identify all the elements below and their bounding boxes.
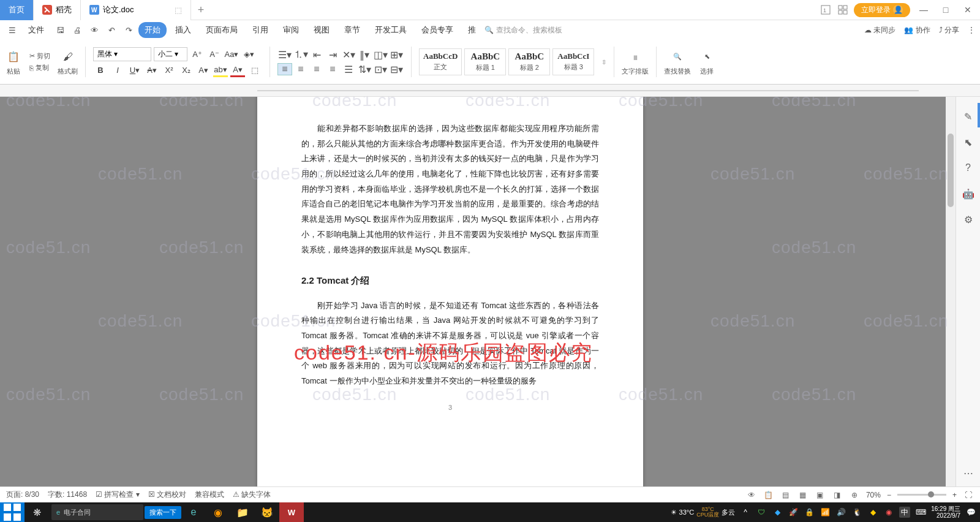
underline-button[interactable]: U▾ — [127, 64, 142, 77]
strikethrough-button[interactable]: A▾ — [145, 64, 159, 77]
tray-app3-icon[interactable]: 🔒 — [804, 507, 815, 518]
print-icon[interactable]: 🖨 — [70, 23, 85, 37]
cut-button[interactable]: ✂ 剪切 — [29, 51, 50, 61]
tray-shield-icon[interactable]: 🛡 — [756, 507, 767, 518]
menu-member[interactable]: 会员专享 — [415, 22, 459, 38]
line-spacing-icon[interactable]: ‖▾ — [357, 48, 372, 61]
indent-right-icon[interactable]: ⇥ — [325, 48, 340, 61]
menu-pagelayout[interactable]: 页面布局 — [200, 22, 244, 38]
menu-more-icon[interactable]: ⋮ — [968, 26, 975, 34]
undo-icon[interactable]: ↶ — [104, 23, 119, 37]
char-border-icon[interactable]: ⬚ — [247, 64, 262, 77]
menu-insert[interactable]: 插入 — [169, 22, 197, 38]
document-page[interactable]: 能和差异都不影响数据库的选择，因为这些数据库都能实现应用程序功能所需的，那么只能… — [257, 97, 643, 486]
page-indicator[interactable]: 页面: 8/30 — [6, 490, 39, 500]
menu-hamburger-icon[interactable]: ☰ — [5, 23, 20, 37]
style-body[interactable]: AaBbCcD正文 — [419, 48, 462, 75]
view-mode1-icon[interactable]: ▤ — [780, 490, 791, 501]
tray-volume-icon[interactable]: 🔊 — [835, 507, 846, 518]
sync-status[interactable]: ☁ 未同步 — [864, 25, 895, 36]
text-effects-icon[interactable]: A▾ — [196, 64, 211, 77]
align-center-icon[interactable]: ≡ — [293, 63, 308, 75]
align-justify-icon[interactable]: ≡ — [325, 63, 340, 75]
task-wps[interactable]: W — [279, 502, 304, 522]
styles-more-icon[interactable]: ⇳ — [601, 59, 606, 66]
tray-wifi-icon[interactable]: 📶 — [820, 507, 831, 518]
menu-file[interactable]: 文件 — [22, 22, 50, 38]
taskbar-search-button[interactable]: 搜索一下 — [145, 506, 181, 519]
pencil-icon[interactable]: ✎ — [961, 109, 976, 124]
heading-2[interactable]: 2.2 Tomcat 介绍 — [301, 272, 599, 290]
para-borders-icon[interactable]: ⊡▾ — [373, 63, 388, 75]
distribute-icon[interactable]: ☰ — [341, 63, 356, 75]
spellcheck-toggle[interactable]: ☑ 拼写检查 ▾ — [96, 490, 140, 500]
format-painter-group[interactable]: 🖌 格式刷 — [58, 48, 78, 76]
find-replace-button[interactable]: 🔍 查找替换 — [664, 48, 691, 76]
align-right-icon[interactable]: ≡ — [309, 63, 324, 75]
view-mode3-icon[interactable]: ▣ — [815, 490, 826, 501]
font-color-icon[interactable]: A▾ — [230, 64, 245, 77]
increase-font-icon[interactable]: A⁺ — [190, 47, 205, 61]
zoom-value[interactable]: 70% — [866, 491, 881, 499]
tray-app4-icon[interactable]: ◆ — [867, 507, 878, 518]
tray-chevron-icon[interactable]: ^ — [740, 507, 751, 518]
settings-gear-icon[interactable]: ⚙ — [961, 212, 976, 227]
superscript-button[interactable]: X² — [162, 64, 176, 77]
tab-add-button[interactable]: + — [191, 4, 211, 17]
decrease-font-icon[interactable]: A⁻ — [207, 47, 222, 61]
align-left-icon[interactable]: ≡ — [277, 63, 292, 75]
bold-button[interactable]: B — [93, 64, 108, 77]
coop-button[interactable]: 👥 协作 — [904, 25, 930, 36]
weather-widget[interactable]: ☀ 33°C 83°CCPU温度 多云 — [671, 507, 736, 518]
zoom-slider[interactable] — [897, 494, 946, 496]
zoom-out-icon[interactable]: − — [887, 491, 891, 499]
window-minimize[interactable]: — — [915, 1, 932, 18]
font-size-select[interactable]: 小二 ▾ — [154, 47, 187, 61]
italic-button[interactable]: I — [110, 64, 125, 77]
bullets-icon[interactable]: ☰▾ — [277, 48, 292, 61]
tray-keyboard-icon[interactable]: ⌨ — [915, 507, 926, 518]
login-button[interactable]: 立即登录 👤 — [854, 3, 910, 17]
window-maximize[interactable]: □ — [937, 1, 954, 18]
menu-devtools[interactable]: 开发工具 — [369, 22, 413, 38]
menu-review[interactable]: 审阅 — [277, 22, 305, 38]
shading-icon[interactable]: ◫▾ — [373, 48, 388, 61]
highlight-icon[interactable]: ab▾ — [213, 64, 228, 77]
document-area[interactable]: 能和差异都不影响数据库的选择，因为这些数据库都能实现应用程序功能所需的，那么只能… — [0, 97, 956, 486]
compat-mode[interactable]: 兼容模式 — [195, 490, 224, 500]
docproof-toggle[interactable]: ☒ 文档校对 — [148, 490, 186, 500]
word-count[interactable]: 字数: 11468 — [48, 490, 87, 500]
tray-app5-icon[interactable]: ◉ — [883, 507, 894, 518]
window-close[interactable]: ✕ — [959, 1, 976, 18]
font-family-select[interactable]: 黑体 ▾ — [93, 47, 151, 61]
copy-button[interactable]: ⎘ 复制 — [29, 63, 50, 72]
cursor-tool-icon[interactable]: ⬉ — [961, 135, 976, 149]
tray-notifications-icon[interactable]: 💬 — [965, 507, 976, 518]
borders-icon[interactable]: ⊞▾ — [389, 48, 404, 61]
focus-icon[interactable]: ⊕ — [849, 490, 860, 501]
text-layout-button[interactable]: ⫼ 文字排版 — [622, 48, 649, 76]
paste-group[interactable]: 📋 粘贴 — [5, 48, 22, 76]
task-explorer[interactable]: 📁 — [230, 502, 255, 522]
missing-font[interactable]: ⚠ 缺失字体 — [233, 490, 271, 500]
menu-references[interactable]: 引用 — [246, 22, 274, 38]
style-h3[interactable]: AaBbCcI标题 3 — [552, 48, 594, 75]
tray-qq-icon[interactable]: 🐧 — [851, 507, 862, 518]
tray-app2-icon[interactable]: 🚀 — [788, 507, 799, 518]
scrollbar-thumb[interactable] — [948, 134, 954, 207]
command-search[interactable]: 🔍 查找命令、搜索模板 — [484, 25, 562, 36]
task-app1[interactable]: ❋ — [24, 502, 49, 522]
style-h2[interactable]: AaBbC标题 2 — [508, 48, 550, 75]
subscript-button[interactable]: X₂ — [179, 64, 194, 77]
ruler[interactable] — [0, 85, 980, 97]
task-ie[interactable]: e — [181, 502, 206, 522]
menu-more[interactable]: 推 — [462, 22, 482, 38]
grid4-icon[interactable] — [837, 4, 849, 16]
tray-app1-icon[interactable]: ◆ — [772, 507, 783, 518]
start-button[interactable] — [0, 502, 24, 522]
indent-left-icon[interactable]: ⇤ — [309, 48, 324, 61]
sort-icon[interactable]: ✕▾ — [341, 48, 356, 61]
line-height-icon[interactable]: ⇅▾ — [357, 63, 372, 75]
tab-expand-icon[interactable]: ⬚ — [175, 6, 182, 15]
share-button[interactable]: ⤴ 分享 — [939, 25, 959, 36]
